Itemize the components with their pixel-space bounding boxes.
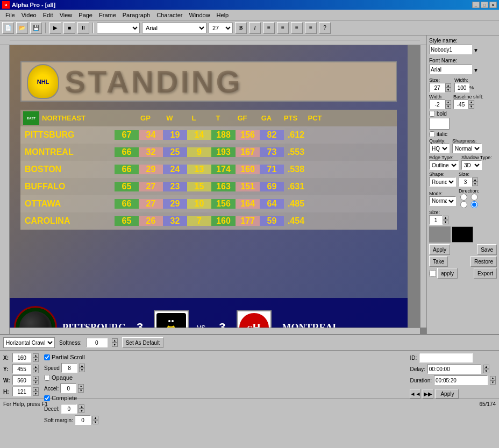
soft-margin-down[interactable]: ▼	[92, 420, 98, 424]
style-dropdown-icon[interactable]: ▼	[473, 47, 479, 53]
speed-up[interactable]: ▲	[79, 364, 85, 368]
accel-up[interactable]: ▲	[78, 384, 84, 388]
italic-button[interactable]: I	[249, 22, 261, 34]
x-up[interactable]: ▲	[33, 353, 39, 358]
size2-down[interactable]: ▼	[472, 182, 478, 186]
sharpness-select[interactable]: Normal	[452, 144, 482, 153]
width2-input[interactable]	[429, 99, 445, 109]
w-spin[interactable]: ▲ ▼	[33, 376, 39, 385]
help-button[interactable]: ?	[319, 22, 331, 34]
w-up[interactable]: ▲	[33, 376, 39, 380]
w-down[interactable]: ▼	[33, 380, 39, 385]
size3-down[interactable]: ▼	[443, 220, 448, 224]
align-right-button[interactable]: ≡	[291, 22, 303, 34]
decel-down[interactable]: ▼	[79, 409, 84, 413]
soft-margin-input[interactable]	[75, 415, 91, 425]
soft-margin-up[interactable]: ▲	[92, 416, 98, 420]
menu-paragraph[interactable]: Paragraph	[119, 11, 153, 19]
bold-button[interactable]: B	[235, 22, 247, 34]
align-left-button[interactable]: ≡	[263, 22, 275, 34]
y-spin[interactable]: ▲ ▼	[33, 365, 39, 373]
duration-spin[interactable]: ▲ ▼	[490, 376, 496, 385]
stop-button[interactable]: ■	[63, 22, 75, 34]
edge-type-select[interactable]: Outline	[429, 160, 459, 170]
speed-down[interactable]: ▼	[79, 368, 85, 372]
softness-spin[interactable]: ▲ ▼	[112, 338, 118, 347]
delay-spin[interactable]: ▲ ▼	[483, 365, 489, 373]
softness-input[interactable]	[86, 338, 108, 347]
apply-button[interactable]: Apply	[429, 244, 450, 255]
quality-select[interactable]: HQ	[429, 144, 450, 153]
apply-lower-button[interactable]: apply	[437, 268, 458, 279]
save-button[interactable]: Save	[477, 244, 497, 255]
width2-spin[interactable]: ▲ ▼	[445, 100, 451, 109]
menu-character[interactable]: Character	[153, 11, 186, 19]
minimize-button[interactable]: _	[472, 2, 480, 8]
take-button[interactable]: Take	[429, 256, 448, 267]
apply-checkbox[interactable]	[429, 270, 436, 277]
font-dropdown-icon[interactable]: ▼	[473, 67, 479, 73]
bold-checkbox[interactable]	[429, 111, 435, 117]
dir-radio3[interactable]	[459, 201, 469, 208]
close-button[interactable]: ×	[489, 2, 497, 8]
menu-view[interactable]: View	[56, 11, 76, 19]
prev-button[interactable]: ◄◄	[410, 389, 420, 399]
y-input[interactable]	[12, 364, 31, 374]
maximize-button[interactable]: □	[481, 2, 488, 8]
menu-frame[interactable]: Frame	[96, 11, 119, 19]
softness-down[interactable]: ▼	[112, 343, 118, 347]
font-select[interactable]: Arial	[142, 23, 206, 33]
menu-file[interactable]: File	[2, 11, 18, 19]
menu-video[interactable]: Video	[18, 11, 40, 19]
pause-button[interactable]: ⏸	[77, 22, 89, 34]
color-box-black[interactable]	[452, 226, 473, 243]
delay-down[interactable]: ▼	[483, 369, 489, 373]
size-down[interactable]: ▼	[445, 88, 451, 92]
baseline-up[interactable]: ▲	[468, 100, 474, 104]
font-name-input[interactable]	[429, 65, 472, 74]
accel-input[interactable]	[60, 383, 76, 393]
opaque-checkbox[interactable]	[44, 375, 50, 381]
menu-page[interactable]: Page	[75, 11, 96, 19]
h-input[interactable]	[12, 387, 31, 396]
decel-spin[interactable]: ▲ ▼	[79, 404, 84, 413]
w-input[interactable]	[12, 375, 31, 385]
mode-select[interactable]: Normal	[429, 196, 456, 206]
horizontal-scrollbar[interactable]	[10, 328, 420, 334]
style-name-input[interactable]	[429, 45, 472, 54]
width2-down[interactable]: ▼	[445, 104, 451, 109]
set-default-button[interactable]: Set As Default	[122, 337, 163, 348]
size-up[interactable]: ▲	[445, 83, 451, 88]
size-input[interactable]	[429, 83, 445, 93]
delay-up[interactable]: ▲	[483, 365, 489, 369]
size3-up[interactable]: ▲	[443, 216, 448, 220]
dir-radio4[interactable]	[469, 201, 480, 208]
x-down[interactable]: ▼	[33, 358, 39, 362]
speed-input[interactable]	[61, 363, 77, 373]
decel-input[interactable]	[61, 404, 77, 414]
delay-input[interactable]	[427, 364, 481, 374]
italic-checkbox[interactable]	[429, 131, 435, 137]
size2-up[interactable]: ▲	[472, 177, 478, 182]
y-down[interactable]: ▼	[33, 369, 39, 373]
x-spin[interactable]: ▲ ▼	[33, 353, 39, 362]
duration-up[interactable]: ▲	[490, 376, 496, 380]
h-up[interactable]: ▲	[33, 387, 39, 392]
softness-up[interactable]: ▲	[112, 338, 118, 343]
partial-scroll-checkbox[interactable]	[44, 354, 50, 360]
id-input[interactable]	[419, 353, 473, 362]
baseline-input[interactable]	[453, 99, 468, 109]
menu-help[interactable]: Help	[213, 11, 232, 19]
export-button[interactable]: Export	[474, 268, 497, 279]
h-spin[interactable]: ▲ ▼	[33, 387, 39, 396]
size2-input[interactable]	[459, 177, 472, 187]
duration-down[interactable]: ▼	[490, 380, 496, 385]
style-select[interactable]	[97, 23, 140, 33]
open-button[interactable]: 📂	[16, 22, 28, 34]
bottom-apply-button[interactable]: Apply	[436, 389, 459, 399]
restore-button[interactable]: Restore	[471, 256, 497, 267]
decel-up[interactable]: ▲	[79, 404, 84, 409]
size3-spin[interactable]: ▲ ▼	[443, 216, 448, 224]
play-button[interactable]: ▶	[49, 22, 61, 34]
menu-edit[interactable]: Edit	[40, 11, 56, 19]
